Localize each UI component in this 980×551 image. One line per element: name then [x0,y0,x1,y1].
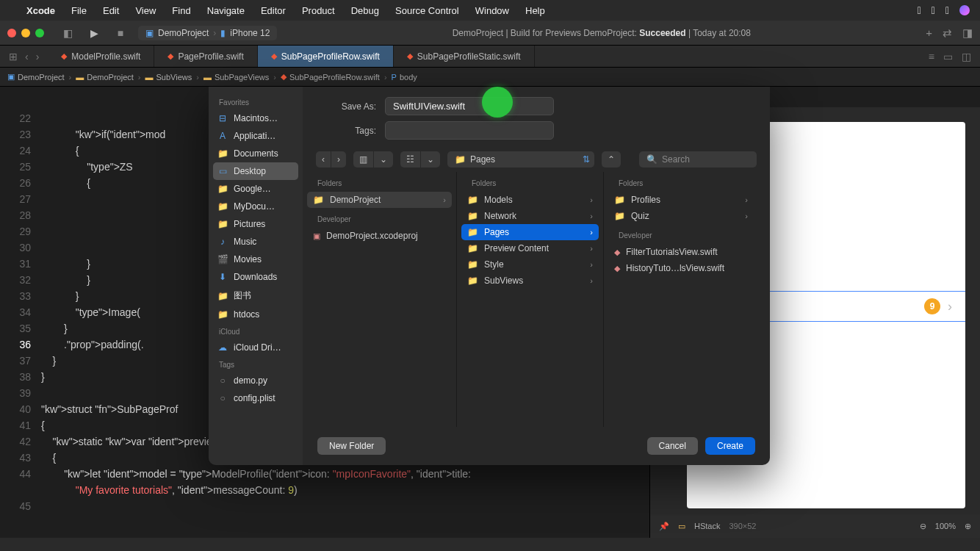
pin-icon[interactable]: 📌 [659,522,669,531]
stop-button[interactable]: ■ [112,25,129,41]
sidebar-item-google[interactable]: 📁Google… [209,180,303,198]
sidebar-item-applicati[interactable]: AApplicati… [209,127,303,145]
tab-subpage-profile-row[interactable]: ◆SubPageProfileRow.swift [258,46,394,67]
add-editor-icon[interactable]: ◫ [962,51,971,62]
minimize-button[interactable] [21,29,30,37]
tags-input[interactable] [385,121,554,140]
folder-icon: 📁 [467,259,478,270]
sidebar-toggle-icon[interactable]: ◧ [59,25,76,41]
sidebar-item-tag[interactable]: ○demo.py [209,372,303,389]
cloud-icon: ☁ [217,342,228,353]
menu-file[interactable]: File [71,5,87,16]
folder-row-subviews[interactable]: 📁SubViews› [457,273,603,289]
group-icon[interactable]: ☷ [400,151,421,168]
sidebar-item-desktop[interactable]: ▭Desktop [213,162,298,180]
folder-row-pages[interactable]: 📁Pages› [461,224,599,240]
row-badge: 9 [924,298,940,314]
folder-row[interactable]: 📁Quiz› [604,208,758,224]
forward-button[interactable]: › [36,51,40,62]
menu-product[interactable]: Product [302,5,335,16]
spotlight-icon[interactable]: 􀊫 [932,4,935,16]
tab-model-profile[interactable]: ◆ModelProfile.swift [48,46,154,67]
folder-icon: 📁 [614,195,625,205]
col-header: Folders [604,172,758,192]
zoom-in-button[interactable]: ⊕ [965,522,971,531]
sidebar-item-tag[interactable]: ○config.plist [209,389,303,407]
sidebar-item-mydocu[interactable]: 📁MyDocu… [209,198,303,215]
run-button[interactable]: ▶ [85,25,103,41]
tab-page-profile[interactable]: ◆PageProfile.swift [154,46,257,67]
project-icon: ▣ [145,28,154,38]
add-button[interactable]: + [926,26,932,40]
location-dropdown[interactable]: 📁Pages⇅ [447,151,594,168]
close-button[interactable] [7,29,16,37]
jump-bar[interactable]: ▣DemoProject› ▬DemoProject› ▬SubViews› ▬… [0,68,980,87]
siri-icon[interactable] [959,5,970,15]
file-icon: ▣ [313,231,320,241]
file-row-xcodeproj[interactable]: ▣DemoProject.xcodeproj [303,228,456,244]
scheme-project: DemoProject [158,28,209,38]
sidebar-item-downloads[interactable]: ⬇Downloads [209,268,303,286]
create-button[interactable]: Create [705,437,755,455]
back-icon[interactable]: ‹ [316,151,331,168]
sidebar-item-[interactable]: 📁图书 [209,286,303,306]
related-items-icon[interactable]: ⊞ [9,51,18,62]
menu-navigate[interactable]: Navigate [207,5,245,16]
group-mode[interactable]: ☷⌄ [400,151,440,168]
macos-menubar: Xcode File Edit View Find Navigate Edito… [0,0,980,21]
library-button[interactable]: ◨ [962,26,973,40]
sidebar-item-icloud[interactable]: ☁iCloud Dri… [209,339,303,356]
expand-button[interactable]: ⌃ [602,151,621,168]
dropdown-icon[interactable]: ⌄ [421,151,440,168]
tab-label: SubPageProfileStatic.swift [417,51,521,62]
tab-subpage-profile-static[interactable]: ◆SubPageProfileStatic.swift [394,46,535,67]
back-button[interactable]: ‹ [25,51,29,62]
app-name[interactable]: Xcode [26,5,55,16]
view-mode[interactable]: ▥⌄ [353,151,393,168]
folder-row[interactable]: 📁Profiles› [604,192,758,208]
device-icon: ▮ [220,28,226,38]
folder-row-style[interactable]: 📁Style› [457,256,603,273]
folder-row-network[interactable]: 📁Network› [457,208,603,224]
cancel-button[interactable]: Cancel [647,437,698,455]
control-center-icon[interactable]: 􀜊 [945,4,949,16]
menu-editor[interactable]: Editor [261,5,286,16]
sidebar-item-music[interactable]: ♪Music [209,233,303,251]
file-row[interactable]: ◆HistoryTuto…lsView.swift [604,260,758,276]
adjust-editor-icon[interactable]: ▭ [943,51,953,62]
menu-find[interactable]: Find [172,5,190,16]
sidebar-item-pictures[interactable]: 📁Pictures [209,215,303,233]
menu-view[interactable]: View [135,5,156,16]
menu-help[interactable]: Help [525,5,545,16]
sidebar-item-macintos[interactable]: ⊟Macintos… [209,109,303,127]
editor-options-icon[interactable]: ≡ [929,51,934,62]
sidebar-item-htdocs[interactable]: 📁htdocs [209,306,303,323]
folder-row-preview-content[interactable]: 📁Preview Content› [457,240,603,256]
nav-back-forward[interactable]: ‹› [316,151,346,168]
save-as-input[interactable] [385,97,554,115]
columns-icon[interactable]: ▥ [353,151,374,168]
folder-row-models[interactable]: 📁Models› [457,192,603,208]
forward-icon[interactable]: › [331,151,346,168]
col-header: Folders [303,172,456,192]
maximize-button[interactable] [35,29,44,37]
menu-edit[interactable]: Edit [103,5,119,16]
scheme-selector[interactable]: ▣ DemoProject › ▮ iPhone 12 [138,26,277,40]
review-button[interactable]: ⇄ [943,26,952,40]
folder-icon: ⊟ [217,113,228,123]
dropdown-icon[interactable]: ⌄ [374,151,393,168]
chevron-right-icon: › [213,28,216,38]
zoom-out-button[interactable]: ⊖ [920,522,926,531]
new-folder-button[interactable]: New Folder [317,437,386,455]
folder-row-demoproject[interactable]: 📁DemoProject› [307,192,452,208]
search-field[interactable]: 🔍Search [639,151,757,168]
sidebar-item-documents[interactable]: 📁Documents [209,145,303,162]
wifi-icon[interactable]: 􀙇 [918,4,921,16]
build-status: DemoProject | Build for Previews DemoPro… [286,28,917,38]
menu-window[interactable]: Window [475,5,509,16]
sidebar-item-movies[interactable]: 🎬Movies [209,251,303,268]
file-row[interactable]: ◆FilterTutorialsView.swift [604,244,758,260]
folder-icon: 📁 [467,195,478,205]
menu-debug[interactable]: Debug [351,5,379,16]
menu-source-control[interactable]: Source Control [395,5,459,16]
